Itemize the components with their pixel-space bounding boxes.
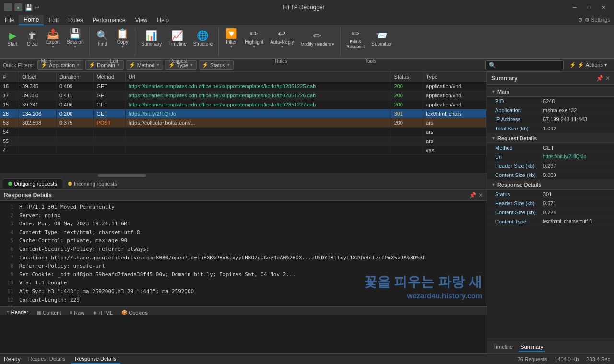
table-row[interactable]: 15 39.341 0.406 GET https://binaries.tem… xyxy=(0,100,487,109)
col-header-url[interactable]: Url xyxy=(125,72,391,82)
table-row-selected[interactable]: 28 134.206 0.200 GET https://bit.ly/2HiQ… xyxy=(0,109,487,118)
maximize-button[interactable]: □ xyxy=(582,2,596,12)
editresubmit-button[interactable]: ✏ Edit &Resubmit xyxy=(343,25,367,52)
prop-pid-value: 6248 xyxy=(543,98,555,104)
footer-tab-summary[interactable]: Summary xyxy=(519,343,545,352)
cell-type: vas xyxy=(423,146,487,155)
cell-status xyxy=(391,128,423,137)
section-main[interactable]: ▼ Main xyxy=(487,87,614,97)
timeline-icon: 📈 xyxy=(171,31,183,40)
response-line: 9Set-Cookie: _bit=n48job-59beafd7faeda38… xyxy=(4,270,483,279)
search-input[interactable] xyxy=(498,62,560,68)
table-row[interactable]: 53 302.598 0.375 POST https://collector.… xyxy=(0,118,487,128)
search-container[interactable]: 🔍 xyxy=(485,60,564,70)
menu-file[interactable]: File xyxy=(0,15,19,25)
prop-resp-headersize: Header Size (kb) 0.571 xyxy=(487,199,614,208)
menu-home[interactable]: Home xyxy=(19,15,44,25)
total-size: 1404.0 Kb xyxy=(555,356,579,362)
minimize-button[interactable]: ─ xyxy=(568,2,581,12)
col-header-duration[interactable]: Duration xyxy=(56,72,94,82)
resp-tab-cookies[interactable]: 🍪 Cookies xyxy=(118,309,152,315)
url-link[interactable]: https://binaries.templates.cdn.office.ne… xyxy=(129,102,316,107)
settings-button[interactable]: ⚙ ⚙ Settings xyxy=(578,17,614,23)
detail-tab-request[interactable]: Request Details xyxy=(24,355,70,364)
cell-duration: 0.411 xyxy=(56,91,94,100)
pin-summary-icon[interactable]: 📌 xyxy=(596,75,603,82)
autoreply-button[interactable]: ↩ Auto-Reply ▼ xyxy=(267,25,296,52)
menu-view[interactable]: View xyxy=(130,15,152,25)
url-link[interactable]: https://bit.ly/2HiQrJo xyxy=(129,111,176,117)
menu-rules[interactable]: Rules xyxy=(63,15,88,25)
footer-tab-timeline[interactable]: Timeline xyxy=(491,343,515,352)
pin-icon[interactable]: 📌 xyxy=(469,192,476,199)
highlight-label: Highlight xyxy=(245,39,263,45)
response-line: 2Server: nginx xyxy=(4,211,483,220)
detail-tab-response[interactable]: Response Details xyxy=(71,355,120,364)
resp-tab-content[interactable]: ▦ Content xyxy=(33,309,65,315)
section-request[interactable]: ▼ Request Details xyxy=(487,133,614,143)
cell-num: 54 xyxy=(0,128,19,137)
structure-button[interactable]: 🌐 Structure xyxy=(190,25,216,52)
section-response[interactable]: ▼ Response Details xyxy=(487,180,614,190)
filter-label: Filter xyxy=(226,39,236,45)
menu-performance[interactable]: Performance xyxy=(88,15,130,25)
col-header-method[interactable]: Method xyxy=(94,72,125,82)
session-dropdown: Session ▼ xyxy=(67,39,84,49)
h-scrollbar[interactable] xyxy=(0,173,487,177)
url-link[interactable]: https://binaries.templates.cdn.office.ne… xyxy=(129,83,316,89)
response-tab-bar: ≡ Header ▦ Content ≡ Raw ◈ HTML 🍪 Coo xyxy=(0,306,487,315)
save-icon[interactable]: 💾 xyxy=(25,4,33,11)
col-header-status[interactable]: Status xyxy=(391,72,423,82)
cell-offset: 39.345 xyxy=(19,82,57,91)
table-row[interactable]: 54 ars xyxy=(0,128,487,137)
session-button[interactable]: 💾 Session ▼ xyxy=(64,25,87,52)
close-button[interactable]: ✕ xyxy=(597,2,610,12)
cell-method: GET xyxy=(94,100,125,109)
table-row[interactable]: 55 ars xyxy=(0,137,487,146)
tab-outgoing[interactable]: Outgoing requests xyxy=(3,178,62,189)
table-row[interactable]: 16 39.345 0.409 GET https://binaries.tem… xyxy=(0,82,487,91)
actions-button[interactable]: ⚡ ⚡ Actions ▾ xyxy=(566,61,611,69)
cell-status: 200 xyxy=(391,82,423,91)
table-row[interactable]: 17 39.350 0.411 GET https://binaries.tem… xyxy=(0,91,487,100)
copy-button[interactable]: 📋 Copy ▼ xyxy=(113,25,132,52)
col-header-offset[interactable]: Offset xyxy=(19,72,57,82)
prop-resp-ctype-name: Content Type xyxy=(495,219,543,224)
cell-type: ars xyxy=(423,118,487,128)
resp-tab-header[interactable]: ≡ Header xyxy=(3,308,32,315)
submitter-button[interactable]: 📨 Submitter xyxy=(368,25,395,52)
resp-tab-html[interactable]: ◈ HTML xyxy=(89,309,117,315)
clear-button[interactable]: 🗑 Clear xyxy=(23,25,42,52)
start-label: Start xyxy=(7,41,17,47)
undo-icon[interactable]: ↩ xyxy=(34,4,39,11)
start-button[interactable]: ▶ Start xyxy=(3,25,22,52)
close-summary-icon[interactable]: ✕ xyxy=(605,75,610,82)
editresubmit-icon: ✏ xyxy=(352,29,360,38)
find-button[interactable]: 🔍 Find xyxy=(93,25,112,52)
menu-edit[interactable]: Edit xyxy=(44,15,63,25)
export-button[interactable]: 📤 Export ▼ xyxy=(43,25,63,52)
table-row[interactable]: 4 vas xyxy=(0,146,487,155)
filter-button[interactable]: 🔽 Filter ▼ xyxy=(222,25,241,52)
menu-help[interactable]: Help xyxy=(152,15,174,25)
modifyheaders-button[interactable]: ✏ Modify Headers ▾ xyxy=(298,25,338,52)
highlight-button[interactable]: ✏ Highlight ▼ xyxy=(242,25,266,52)
resp-tab-raw[interactable]: ≡ Raw xyxy=(66,309,88,315)
col-header-type[interactable]: Type xyxy=(423,72,487,82)
timeline-button[interactable]: 📈 Timeline xyxy=(165,25,189,52)
timeline-label: Timeline xyxy=(168,41,186,47)
tab-incoming[interactable]: Incoming requests xyxy=(63,179,122,188)
prop-app-name: Application xyxy=(495,107,543,113)
summary-icon: 📊 xyxy=(145,31,157,40)
ready-label: Ready xyxy=(4,356,21,363)
close-panel-icon[interactable]: ✕ xyxy=(478,192,483,199)
summary-button[interactable]: 📊 Summary xyxy=(138,25,165,52)
submitter-icon: 📨 xyxy=(376,31,388,40)
h-scrollbar-thumb[interactable] xyxy=(98,174,146,177)
prop-resp-ctype-value: text/html; charset=utf-8 xyxy=(543,219,592,224)
prop-req-method-value: GET xyxy=(543,145,554,151)
url-link[interactable]: https://binaries.templates.cdn.office.ne… xyxy=(129,93,316,98)
tools-group-label: Tools xyxy=(343,59,398,64)
col-header-num[interactable]: # xyxy=(0,72,19,82)
response-line: 3Date: Mon, 08 May 2023 19:24:11 GMT xyxy=(4,220,483,228)
